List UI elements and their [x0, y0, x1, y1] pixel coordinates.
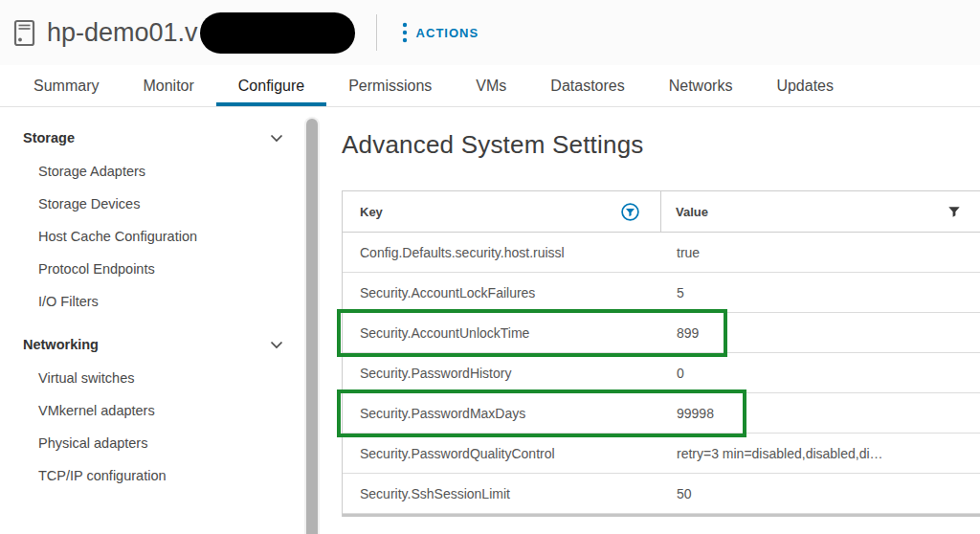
setting-value: retry=3 min=disabled,disabled,di… [661, 446, 980, 461]
setting-key: Security.SshSessionLimit [343, 486, 661, 501]
setting-value: 5 [661, 285, 980, 300]
setting-key: Security.PasswordMaxDays [343, 406, 661, 421]
table-row-highlighted[interactable]: Security.AccountUnlockTime 899 [343, 313, 980, 353]
tab-updates[interactable]: Updates [754, 65, 856, 106]
setting-key: Security.AccountLockFailures [343, 285, 661, 300]
esxi-host-icon [13, 19, 35, 47]
sidebar-item-physical-adapters[interactable]: Physical adapters [0, 427, 304, 459]
tab-permissions[interactable]: Permissions [326, 65, 454, 106]
setting-key: Security.AccountUnlockTime [343, 325, 661, 341]
sidebar-section-label: Storage [23, 130, 75, 145]
object-tabbar: Summary Monitor Configure Permissions VM… [0, 65, 980, 107]
setting-key: Config.Defaults.security.host.ruissl [343, 245, 661, 260]
setting-key: Security.PasswordQualityControl [343, 446, 661, 461]
actions-label: ACTIONS [416, 26, 479, 40]
sidebar-item-storage-devices[interactable]: Storage Devices [0, 188, 304, 220]
column-header-key: Key [343, 191, 661, 232]
kebab-menu-icon [402, 22, 408, 43]
tab-summary[interactable]: Summary [11, 65, 121, 106]
tab-networks[interactable]: Networks [647, 65, 755, 106]
host-header: hp-demo01.v ACTIONS [0, 0, 980, 65]
table-row[interactable]: Security.PasswordHistory 0 [343, 353, 980, 393]
column-label-key: Key [360, 205, 383, 219]
sidebar-item-vmkernel-adapters[interactable]: VMkernel adapters [0, 394, 304, 427]
sidebar-item-protocol-endpoints[interactable]: Protocol Endpoints [0, 253, 304, 285]
sidebar-scrollbar [304, 107, 320, 534]
redaction-overlay [200, 12, 355, 54]
sidebar-item-virtual-switches[interactable]: Virtual switches [0, 362, 304, 394]
setting-value: 0 [661, 366, 980, 381]
actions-button[interactable]: ACTIONS [402, 22, 479, 43]
sidebar-section-networking[interactable]: Networking [0, 327, 304, 362]
header-divider [376, 14, 377, 51]
setting-value: 99998 [661, 406, 980, 421]
configure-sidebar: Storage Storage Adapters Storage Devices… [0, 107, 304, 534]
host-name: hp-demo01.v [47, 18, 198, 48]
tab-monitor[interactable]: Monitor [121, 65, 215, 106]
setting-key: Security.PasswordHistory [343, 366, 661, 381]
table-header: Key Value [343, 191, 980, 233]
tab-datastores[interactable]: Datastores [528, 65, 646, 106]
advanced-settings-panel: Advanced System Settings Key Value [320, 107, 980, 534]
sidebar-item-host-cache-configuration[interactable]: Host Cache Configuration [0, 220, 304, 253]
table-row[interactable]: Config.Defaults.security.host.ruissl tru… [343, 233, 980, 273]
value-filter-icon[interactable] [947, 205, 961, 218]
table-row[interactable]: Security.AccountLockFailures 5 [343, 273, 980, 313]
key-filter-active-icon[interactable] [621, 203, 639, 221]
tab-vms[interactable]: VMs [454, 65, 528, 106]
setting-value: 50 [661, 486, 980, 501]
scrollbar-thumb[interactable] [306, 119, 318, 534]
column-label-value: Value [676, 205, 708, 219]
column-header-value: Value [661, 191, 980, 232]
chevron-down-icon[interactable] [270, 134, 283, 143]
page-title: Advanced System Settings [342, 130, 980, 160]
setting-value: 899 [661, 325, 980, 341]
sidebar-item-io-filters[interactable]: I/O Filters [0, 285, 304, 318]
sidebar-section-storage[interactable]: Storage [0, 121, 304, 155]
chevron-down-icon[interactable] [270, 341, 283, 349]
tab-configure[interactable]: Configure [216, 65, 326, 106]
configure-content: Storage Storage Adapters Storage Devices… [0, 107, 980, 534]
setting-value: true [661, 245, 980, 260]
table-horizontal-scrollbar[interactable] [343, 514, 980, 517]
table-row[interactable]: Security.PasswordQualityControl retry=3 … [343, 434, 980, 474]
settings-table: Key Value [342, 190, 980, 517]
table-row-highlighted[interactable]: Security.PasswordMaxDays 99998 [343, 393, 980, 434]
sidebar-item-storage-adapters[interactable]: Storage Adapters [0, 155, 304, 188]
sidebar-item-tcpip-configuration[interactable]: TCP/IP configuration [0, 459, 304, 492]
sidebar-section-label: Networking [23, 337, 99, 352]
table-row[interactable]: Security.SshSessionLimit 50 [343, 474, 980, 514]
